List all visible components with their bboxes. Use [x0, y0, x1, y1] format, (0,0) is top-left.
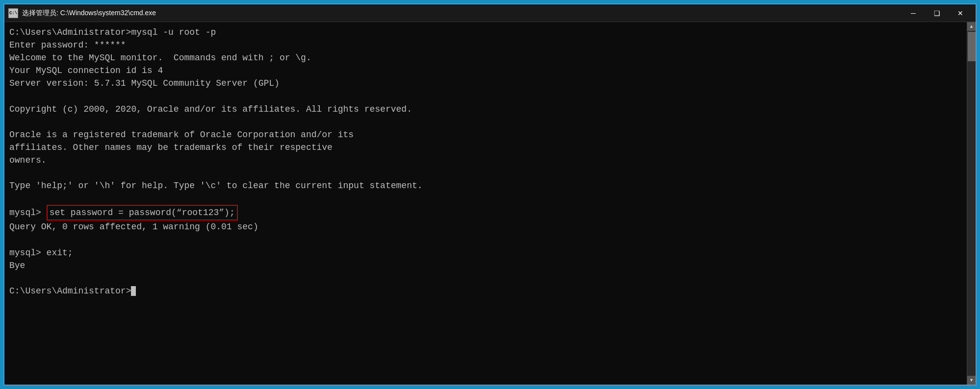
terminal-line-12	[9, 167, 962, 179]
terminal-container: C:\Users\Administrator>mysql -u root -p …	[4, 22, 976, 385]
titlebar: C:\ 选择管理员: C:\Windows\system32\cmd.exe ─…	[4, 4, 976, 22]
terminal-line-7: Copyright (c) 2000, 2020, Oracle and/or …	[9, 103, 962, 116]
terminal-line-20	[9, 272, 962, 285]
restore-button[interactable]: ❑	[926, 6, 948, 20]
terminal-line-16: Query OK, 0 rows affected, 1 warning (0.…	[9, 220, 962, 233]
cmd-window: C:\ 选择管理员: C:\Windows\system32\cmd.exe ─…	[3, 3, 977, 386]
terminal-line-15: mysql> set password = password(“root123”…	[9, 205, 962, 220]
terminal-line-8	[9, 116, 962, 128]
terminal-line-10: affiliates. Other names may be trademark…	[9, 141, 962, 154]
scroll-up-button[interactable]: ▲	[967, 22, 976, 31]
scroll-down-button[interactable]: ▼	[967, 376, 976, 385]
terminal-line-13: Type 'help;' or '\h' for help. Type '\c'…	[9, 179, 962, 192]
terminal-output[interactable]: C:\Users\Administrator>mysql -u root -p …	[4, 22, 967, 385]
window-icon: C:\	[8, 8, 18, 18]
terminal-line-2: Enter password: ******	[9, 39, 962, 51]
minimize-button[interactable]: ─	[902, 6, 925, 20]
terminal-line-11: owners.	[9, 154, 962, 167]
terminal-line-9: Oracle is a registered trademark of Orac…	[9, 128, 962, 141]
scrollbar-track[interactable]	[967, 31, 976, 376]
terminal-cursor	[131, 286, 136, 296]
window-title: 选择管理员: C:\Windows\system32\cmd.exe	[22, 9, 902, 18]
terminal-line-6	[9, 90, 962, 102]
scrollbar-thumb[interactable]	[968, 32, 976, 61]
terminal-line-4: Your MySQL connection id is 4	[9, 64, 962, 77]
terminal-line-1: C:\Users\Administrator>mysql -u root -p	[9, 26, 962, 39]
highlighted-mysql-command: set password = password(“root123”);	[47, 205, 238, 220]
terminal-line-18: mysql> exit;	[9, 246, 962, 259]
terminal-line-17	[9, 234, 962, 246]
terminal-line-19: Bye	[9, 259, 962, 272]
window-controls: ─ ❑ ✕	[902, 6, 972, 20]
terminal-line-5: Server version: 5.7.31 MySQL Community S…	[9, 77, 962, 90]
terminal-line-21: C:\Users\Administrator>	[9, 285, 962, 297]
scrollbar[interactable]: ▲ ▼	[967, 22, 976, 385]
terminal-line-3: Welcome to the MySQL monitor. Commands e…	[9, 51, 962, 64]
close-button[interactable]: ✕	[949, 6, 972, 20]
terminal-line-14	[9, 192, 962, 205]
